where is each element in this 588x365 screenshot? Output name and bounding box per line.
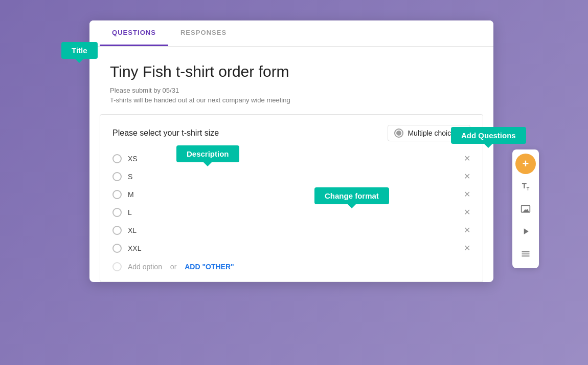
main-card: QUESTIONS RESPONSES Tiny Fish t-shirt or… [89,20,493,282]
add-option-row: Add option or ADD "OTHER" [112,257,470,271]
tab-questions[interactable]: QUESTIONS [100,20,168,46]
option-row-m: M ✕ [112,185,470,203]
option-text-s: S [128,173,458,181]
radio-xs [112,154,122,163]
option-row-xl: XL ✕ [112,221,470,239]
badge-change-format: Change format [314,187,389,204]
radio-inner [396,131,401,136]
plus-icon: + [523,157,529,170]
form-title: Tiny Fish t-shirt order form [110,63,473,80]
add-option-separator: or [168,263,178,271]
option-text-xxl: XXL [128,244,458,252]
form-header: Tiny Fish t-shirt order form Please subm… [89,47,493,114]
option-row-xxl: XXL ✕ [112,239,470,257]
radio-s [112,172,122,181]
radio-l [112,208,122,217]
add-question-button[interactable]: + [515,154,536,174]
add-image-button[interactable] [515,199,536,219]
section-icon [521,249,531,259]
radio-filled-icon [394,128,403,138]
text-icon: TT [522,181,530,191]
add-option-radio-icon [112,262,122,271]
form-description: T-shirts will be handed out at our next … [110,96,473,104]
option-row-xs: XS ✕ [112,149,470,167]
delete-xl-icon[interactable]: ✕ [464,225,470,235]
delete-xs-icon[interactable]: ✕ [464,154,470,163]
format-label: Multiple choice [408,129,455,137]
option-text-m: M [128,190,458,199]
tabs-bar: QUESTIONS RESPONSES [89,20,493,47]
delete-l-icon[interactable]: ✕ [464,207,470,217]
badge-add-questions: Add Questions [451,127,526,144]
delete-s-icon[interactable]: ✕ [464,171,470,181]
delete-m-icon[interactable]: ✕ [464,189,470,199]
badge-description: Description [176,145,239,162]
option-text-l: L [128,208,458,217]
question-card: Please select your t-shirt size Multiple… [100,114,483,282]
add-section-button[interactable] [515,244,536,264]
question-top-bar: Please select your t-shirt size Multiple… [112,125,470,141]
badge-title: Title [61,42,98,59]
radio-m [112,190,122,199]
add-video-button[interactable] [515,221,536,242]
add-option-text[interactable]: Add option [128,263,162,271]
radio-xxl [112,244,122,253]
tab-responses[interactable]: RESPONSES [168,20,239,46]
option-row-l: L ✕ [112,203,470,221]
option-row-s: S ✕ [112,167,470,185]
question-label: Please select your t-shirt size [112,128,219,138]
radio-xl [112,226,122,235]
form-subtitle: Please submit by 05/31 [110,87,473,94]
video-icon [521,226,531,237]
add-other-link[interactable]: ADD "OTHER" [185,263,234,271]
image-icon [521,204,531,214]
option-text-xl: XL [128,226,458,234]
add-text-button[interactable]: TT [515,176,536,197]
delete-xxl-icon[interactable]: ✕ [464,243,470,253]
right-sidebar: + TT [512,149,539,268]
